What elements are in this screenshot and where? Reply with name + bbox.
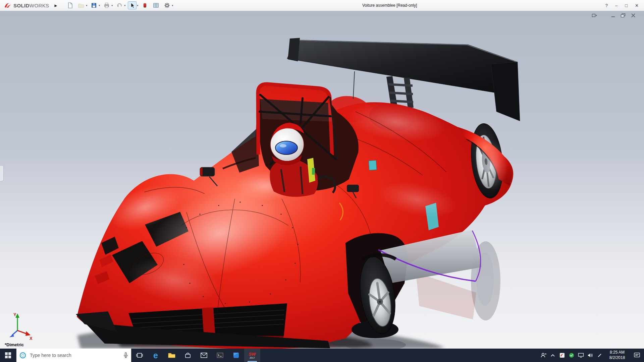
scene-svg (0, 11, 644, 349)
tray-display-icon[interactable] (576, 349, 586, 362)
options-dropdown[interactable]: ▾ (172, 4, 173, 7)
edrawings-icon[interactable] (228, 349, 244, 362)
microsoft-store-icon[interactable] (180, 349, 196, 362)
new-document-button[interactable] (66, 1, 74, 9)
undo-button[interactable] (115, 1, 124, 9)
appearance-icon[interactable] (141, 1, 149, 9)
action-center-icon[interactable] (630, 349, 644, 362)
select-tool-button[interactable] (128, 1, 137, 9)
clock-time: 8:25 AM (604, 350, 630, 355)
restore-document-icon[interactable] (621, 13, 626, 18)
print-dropdown[interactable]: ▾ (111, 4, 113, 7)
tray-pen-ic[interactable] (595, 349, 604, 362)
tray-expand-chevron[interactable] (548, 349, 557, 362)
minimize-button[interactable]: – (615, 3, 618, 8)
document-window-controls (592, 13, 636, 18)
taskbar-clock[interactable]: 8:25 AM 8/2/2018 (604, 350, 630, 360)
featuremanager-collapsed-tab[interactable] (0, 165, 4, 181)
quick-access-toolbar: ▾ ▾ ▾ ▾ ▾ ▾ (66, 1, 173, 9)
solidworks-window: SOLIDWORKS ▶ ▾ ▾ ▾ ▾ ▾ (0, 0, 644, 362)
triad-y-label: Y (13, 312, 16, 317)
maximize-button[interactable]: □ (625, 3, 628, 8)
graphics-viewport[interactable]: Y X *Dimetric (0, 11, 644, 349)
minimize-document-icon[interactable] (610, 13, 616, 18)
save-dropdown[interactable]: ▾ (99, 4, 100, 7)
windows-taskbar: e SW 2017 (0, 349, 644, 362)
taskbar-search[interactable] (16, 349, 131, 362)
close-button[interactable]: ✕ (635, 3, 639, 8)
window-title: Voiture assemblee [Read-only] (362, 3, 417, 8)
sheet-icon[interactable] (152, 1, 160, 9)
cyan-panel-small (369, 160, 377, 170)
open-button[interactable] (77, 1, 86, 9)
help-button[interactable]: ? (605, 3, 608, 8)
search-input[interactable] (29, 352, 123, 358)
open-dropdown[interactable]: ▾ (86, 4, 87, 7)
float-window-icon[interactable] (592, 13, 597, 18)
undo-dropdown[interactable]: ▾ (124, 4, 125, 7)
view-orientation-label: *Dimetric (5, 342, 24, 347)
titlebar: SOLIDWORKS ▶ ▾ ▾ ▾ ▾ ▾ (0, 0, 644, 11)
solidworks-logo: SOLIDWORKS (3, 2, 49, 9)
options-gear-button[interactable] (163, 1, 171, 9)
menu-flyout-arrow[interactable]: ▶ (55, 4, 57, 7)
tray-solidworks-icon[interactable] (557, 349, 567, 362)
orientation-triad: Y X (5, 312, 36, 341)
triad-x-label: X (30, 336, 33, 341)
tray-volume-icon[interactable] (586, 349, 595, 362)
task-view-button[interactable] (131, 349, 148, 362)
file-explorer-icon[interactable] (164, 349, 180, 362)
system-tray: 8:25 AM 8/2/2018 (539, 349, 644, 362)
logo-text: SOLIDWORKS (13, 3, 49, 8)
mail-icon[interactable] (196, 349, 212, 362)
window-controls: ? – □ ✕ (605, 3, 639, 8)
clock-date: 8/2/2018 (604, 355, 630, 361)
microphone-icon[interactable] (123, 352, 128, 359)
command-prompt-icon[interactable] (212, 349, 228, 362)
select-dropdown[interactable]: ▾ (137, 4, 138, 7)
save-button[interactable] (90, 1, 98, 9)
start-button[interactable] (0, 349, 16, 362)
helmet-visor (275, 141, 298, 155)
close-document-icon[interactable] (631, 13, 636, 18)
cortana-icon[interactable] (19, 352, 26, 359)
tray-green-status-icon[interactable] (567, 349, 576, 362)
print-button[interactable] (102, 1, 111, 9)
edge-icon[interactable]: e (148, 349, 164, 362)
green-strap (312, 168, 315, 175)
people-icon[interactable] (539, 349, 548, 362)
ds-logo-icon (3, 2, 12, 9)
solidworks-taskbar-icon[interactable]: SW 2017 (244, 349, 260, 362)
